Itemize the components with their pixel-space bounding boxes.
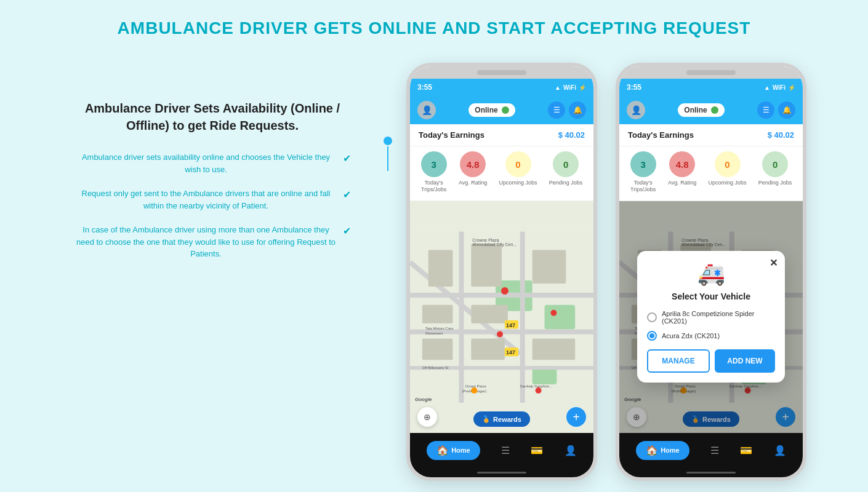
left-panel: Ambulance Driver Sets Availability (Onli… bbox=[62, 63, 369, 260]
list-icon-2: ☰ bbox=[710, 445, 719, 456]
svg-rect-8 bbox=[520, 231, 525, 402]
tab-list-2[interactable]: ☰ bbox=[710, 445, 719, 456]
notch-pill-1 bbox=[477, 70, 526, 75]
stat-item-8: 0 Pending Jobs bbox=[758, 151, 792, 193]
menu-icon-1[interactable]: ☰ bbox=[548, 101, 565, 119]
stat-item-6: 4.8 Avg. Rating bbox=[668, 151, 696, 193]
bell-icon-2[interactable]: 🔔 bbox=[778, 101, 795, 119]
feature-text-2: Request only get sent to the Ambulance d… bbox=[74, 188, 338, 212]
map-area-1: Crowne Plaza Ahmedabad City Cen... Tata … bbox=[410, 201, 593, 433]
menu-icon-2[interactable]: ☰ bbox=[757, 101, 774, 119]
battery-icon-2: ⚡ bbox=[788, 84, 795, 91]
svg-point-29 bbox=[536, 387, 542, 394]
app-header-2: 👤 Online ☰ 🔔 bbox=[619, 96, 803, 124]
tab-profile-1[interactable]: 👤 bbox=[565, 445, 577, 456]
phone-1: 3:55 ▲ WiFi ⚡ 👤 Online ☰ 🔔 bbox=[406, 63, 597, 481]
stats-row-2: 3 Today'sTrips/Jobs 4.8 Avg. Rating 0 Up… bbox=[619, 146, 803, 201]
app-header-1: 👤 Online ☰ 🔔 bbox=[410, 96, 593, 124]
tab-home-1[interactable]: 🏠 Home bbox=[427, 441, 480, 460]
bottom-indicator-2 bbox=[619, 467, 803, 477]
stat-item-7: 0 Upcoming Jobs bbox=[709, 151, 747, 193]
vehicle-label-1: Aprilia 8c Competizione Spider (CK201) bbox=[662, 310, 775, 325]
list-item: Request only get sent to the Ambulance d… bbox=[74, 188, 351, 212]
wallet-icon-2: 💳 bbox=[740, 445, 752, 456]
google-logo-1: Google bbox=[415, 397, 432, 402]
svg-rect-10 bbox=[428, 250, 453, 287]
stat-item-4: 0 Pending Jobs bbox=[549, 151, 583, 193]
main-content: Ambulance Driver Sets Availability (Onli… bbox=[12, 63, 856, 481]
svg-rect-13 bbox=[422, 304, 453, 323]
stat-circle-5: 3 bbox=[630, 151, 656, 177]
svg-text:Ahmedabad City Cen...: Ahmedabad City Cen... bbox=[472, 242, 516, 247]
rewards-label-1: Rewards bbox=[493, 416, 521, 423]
radio-inner-2 bbox=[649, 333, 654, 338]
radio-outer-1 bbox=[647, 312, 657, 322]
header-icons-2: ☰ 🔔 bbox=[757, 101, 795, 119]
stat-item-1: 3 Today'sTrips/Jobs bbox=[421, 151, 447, 193]
ambulance-icon: 🚑 bbox=[647, 261, 775, 287]
stat-label-1: Today'sTrips/Jobs bbox=[421, 180, 446, 193]
tab-list-1[interactable]: ☰ bbox=[501, 445, 510, 456]
header-icons-1: ☰ 🔔 bbox=[548, 101, 586, 119]
locate-btn-1[interactable]: ⊕ bbox=[417, 407, 437, 427]
stat-circle-3: 0 bbox=[505, 151, 531, 177]
notch-bar-2 bbox=[619, 66, 803, 79]
vehicle-option-2[interactable]: Acura Zdx (CK201) bbox=[647, 331, 775, 341]
profile-icon-1: 👤 bbox=[565, 445, 577, 456]
svg-point-30 bbox=[471, 387, 477, 394]
notch-bar-1 bbox=[410, 66, 593, 79]
svg-text:147: 147 bbox=[506, 322, 515, 328]
earnings-value-2: $ 40.02 bbox=[768, 130, 794, 140]
svg-rect-17 bbox=[532, 338, 576, 360]
stat-label-5: Today'sTrips/Jobs bbox=[630, 180, 656, 193]
earnings-bar-1: Today's Earnings $ 40.02 bbox=[410, 124, 593, 146]
status-bar-2: 3:55 ▲ WiFi ⚡ bbox=[619, 79, 803, 96]
svg-point-28 bbox=[497, 331, 503, 337]
phones-area: 3:55 ▲ WiFi ⚡ 👤 Online ☰ 🔔 bbox=[406, 63, 806, 481]
status-icons-1: ▲ WiFi ⚡ bbox=[555, 84, 586, 91]
svg-text:Showroom: Showroom bbox=[425, 331, 443, 335]
svg-text:147: 147 bbox=[506, 349, 515, 355]
tab-home-2[interactable]: 🏠 Home bbox=[636, 441, 689, 460]
status-icons-2: ▲ WiFi ⚡ bbox=[764, 84, 795, 91]
online-toggle-1[interactable]: Online bbox=[468, 103, 515, 117]
avatar-2: 👤 bbox=[627, 101, 645, 119]
modal-title: Select Your Vehicle bbox=[647, 292, 775, 301]
svg-rect-15 bbox=[422, 338, 453, 360]
vehicle-option-1[interactable]: Aprilia 8c Competizione Spider (CK201) bbox=[647, 310, 775, 325]
plus-btn-1[interactable]: + bbox=[566, 407, 586, 427]
modal-overlay: ✕ 🚑 Select Your Vehicle Aprilia 8c Compe… bbox=[619, 201, 803, 433]
svg-point-27 bbox=[550, 309, 557, 315]
manage-button[interactable]: MANAGE bbox=[647, 349, 710, 373]
stat-circle-2: 4.8 bbox=[460, 151, 486, 177]
earnings-label-1: Today's Earnings bbox=[419, 130, 484, 140]
tab-profile-2[interactable]: 👤 bbox=[774, 445, 786, 456]
toggle-dot-1 bbox=[502, 106, 509, 114]
stat-circle-8: 0 bbox=[762, 151, 788, 177]
add-new-button[interactable]: ADD NEW bbox=[715, 349, 775, 373]
online-toggle-2[interactable]: Online bbox=[678, 103, 724, 117]
earnings-label-2: Today's Earnings bbox=[628, 130, 694, 140]
modal-close-btn[interactable]: ✕ bbox=[770, 257, 778, 269]
svg-rect-4 bbox=[410, 293, 593, 298]
stat-label-3: Upcoming Jobs bbox=[499, 180, 537, 186]
stat-item-2: 4.8 Avg. Rating bbox=[459, 151, 487, 193]
svg-rect-16 bbox=[471, 338, 505, 360]
svg-text:Octant Plaza: Octant Plaza bbox=[465, 384, 486, 388]
stat-circle-7: 0 bbox=[715, 151, 741, 177]
stat-label-6: Avg. Rating bbox=[668, 180, 696, 186]
bottom-nav-1: 🏠 Home ☰ 💳 👤 bbox=[410, 433, 593, 467]
home-label-1: Home bbox=[451, 446, 470, 454]
tab-wallet-1[interactable]: 💳 bbox=[531, 445, 543, 456]
earnings-value-1: $ 40.02 bbox=[558, 130, 585, 140]
tab-wallet-2[interactable]: 💳 bbox=[740, 445, 752, 456]
battery-icon: ⚡ bbox=[579, 84, 586, 91]
vehicle-label-2: Acura Zdx (CK201) bbox=[662, 332, 720, 339]
svg-rect-11 bbox=[471, 244, 502, 287]
bell-icon-1[interactable]: 🔔 bbox=[569, 101, 586, 119]
home-label-2: Home bbox=[661, 446, 680, 454]
wifi-icon-2: WiFi bbox=[773, 84, 786, 91]
indicator-bar-2 bbox=[686, 472, 736, 474]
stat-label-7: Upcoming Jobs bbox=[709, 180, 747, 186]
rewards-btn-1[interactable]: 🏅 Rewards bbox=[473, 411, 530, 427]
